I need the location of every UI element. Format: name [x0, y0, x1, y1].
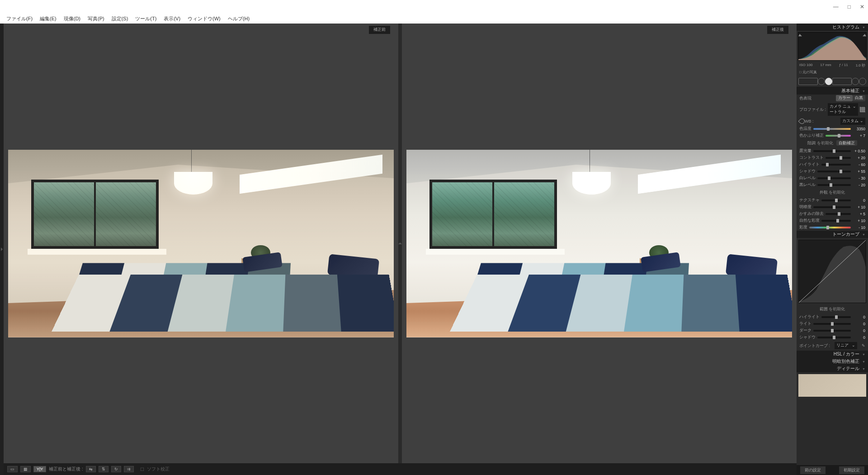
blacks-slider[interactable]: [817, 184, 851, 186]
close-button[interactable]: ✕: [860, 4, 864, 10]
menu-view[interactable]: 表示(V): [160, 15, 184, 22]
range-reset[interactable]: を初期化: [829, 307, 845, 311]
texture-slider[interactable]: [821, 200, 851, 201]
saturation-slider[interactable]: [809, 227, 851, 228]
temp-value[interactable]: 3350: [853, 127, 865, 131]
view-compare-button[interactable]: Y|Y: [33, 466, 46, 472]
redeye-tool-icon[interactable]: [825, 78, 832, 85]
after-pane[interactable]: 補正後: [402, 24, 797, 463]
tc-lights-slider[interactable]: [813, 323, 851, 325]
develop-panel: ヒストグラム ISO 100 17 mm ƒ / 11 1.0 秒 □ 元の写真: [797, 24, 868, 475]
contrast-value[interactable]: + 20: [853, 156, 865, 160]
left-panel-expand[interactable]: [0, 24, 4, 475]
vibrance-value[interactable]: + 10: [853, 218, 865, 223]
treatment-bw[interactable]: 白黒: [853, 95, 865, 101]
profile-browser-icon[interactable]: [860, 107, 865, 112]
compare-divider[interactable]: [398, 24, 402, 463]
histogram-chart[interactable]: [798, 32, 867, 61]
contrast-slider[interactable]: [826, 157, 851, 159]
view-grid-button[interactable]: ▦: [20, 466, 31, 472]
whites-slider[interactable]: [817, 177, 851, 179]
compare-copy-button[interactable]: ⇉: [124, 466, 134, 472]
tc-darks-slider[interactable]: [813, 330, 851, 332]
compare-view: 補正前 補正後: [4, 24, 797, 463]
tc-shadows-value[interactable]: 0: [853, 335, 865, 340]
svg-marker-1: [863, 34, 866, 36]
tint-value[interactable]: + 7: [853, 133, 865, 138]
clarity-slider[interactable]: [813, 206, 851, 208]
treatment-color[interactable]: カラー: [836, 95, 853, 101]
vibrance-slider[interactable]: [821, 220, 851, 222]
tc-shadows-slider[interactable]: [817, 337, 851, 338]
exposure-slider[interactable]: [813, 150, 851, 152]
shadows-slider[interactable]: [817, 171, 851, 172]
compare-swap-button[interactable]: ↻: [111, 466, 121, 472]
softproof-label[interactable]: ソフト校正: [147, 466, 170, 472]
blacks-value[interactable]: - 20: [853, 183, 865, 187]
menu-tools[interactable]: ツール(T): [132, 15, 160, 22]
menu-settings[interactable]: 設定(S): [108, 15, 132, 22]
dehaze-slider[interactable]: [826, 213, 851, 215]
before-pane[interactable]: 補正前: [4, 24, 398, 463]
brush-tool-icon[interactable]: [859, 78, 866, 85]
clarity-value[interactable]: + 10: [853, 205, 865, 209]
dehaze-value[interactable]: + 5: [853, 212, 865, 216]
gradient-tool-icon[interactable]: [832, 78, 852, 85]
before-label: 補正前: [369, 26, 390, 34]
menu-help[interactable]: ヘルプ(H): [224, 15, 253, 22]
compare-lr-button[interactable]: ⇆: [86, 466, 96, 472]
histo-source[interactable]: □ 元の写真: [797, 69, 868, 76]
menu-photo[interactable]: 写真(P): [84, 15, 108, 22]
hsl-header[interactable]: HSL / カラー: [797, 351, 868, 358]
pointcurve-select[interactable]: リニア⌄: [835, 342, 857, 349]
shadows-value[interactable]: + 55: [853, 169, 865, 174]
compare-tb-button[interactable]: ⇅: [99, 466, 108, 472]
highlights-slider[interactable]: [821, 164, 851, 166]
menu-window[interactable]: ウィンドウ(W): [184, 15, 224, 22]
tc-highlights-slider[interactable]: [821, 316, 851, 318]
histogram-header[interactable]: ヒストグラム: [797, 24, 868, 31]
tc-highlights-value[interactable]: 0: [853, 315, 865, 319]
menu-edit[interactable]: 編集(E): [36, 15, 60, 22]
shadows-label: シャドウ: [799, 168, 816, 174]
highlights-value[interactable]: - 60: [853, 162, 865, 167]
maximize-button[interactable]: □: [848, 4, 851, 10]
after-label: 補正後: [767, 26, 788, 34]
basic-header[interactable]: 基本補正: [797, 87, 868, 95]
menu-develop[interactable]: 現像(D): [60, 15, 84, 22]
tone-reset[interactable]: を初期化: [817, 141, 833, 145]
texture-value[interactable]: 0: [853, 198, 865, 203]
detail-preview[interactable]: [798, 374, 866, 397]
whites-value[interactable]: - 30: [853, 176, 865, 180]
previous-settings-button[interactable]: 前の設定: [800, 466, 826, 474]
tonecurve-header[interactable]: トーンカーブ: [797, 231, 868, 238]
minimize-button[interactable]: —: [833, 4, 839, 10]
splittone-header[interactable]: 明暗別色補正: [797, 358, 868, 365]
window-titlebar: — □ ✕: [0, 0, 868, 14]
detail-header[interactable]: ディテール: [797, 365, 868, 372]
auto-tone-button[interactable]: 自動補正: [836, 140, 857, 146]
whites-label: 白レベル: [799, 175, 816, 181]
view-loupe-button[interactable]: ▭: [7, 466, 18, 472]
saturation-value[interactable]: - 10: [853, 225, 865, 230]
reset-button[interactable]: 初期設定: [839, 466, 864, 474]
temp-slider[interactable]: [813, 128, 851, 130]
tint-label: 色かぶり補正: [799, 133, 824, 138]
spot-tool-icon[interactable]: [818, 78, 825, 85]
tonecurve-chart[interactable]: [798, 240, 866, 303]
dehaze-label: かすみの除去: [799, 211, 824, 217]
radial-tool-icon[interactable]: [852, 78, 859, 85]
wb-label: WB :: [805, 119, 814, 124]
menu-file[interactable]: ファイル(F): [3, 15, 36, 22]
tc-darks-value[interactable]: 0: [853, 328, 865, 333]
texture-label: テクスチャ: [799, 197, 820, 203]
exposure-value[interactable]: + 0.50: [853, 149, 865, 153]
profile-select[interactable]: カメラ ニュートラル⌄: [828, 103, 858, 116]
presence-reset[interactable]: を初期化: [829, 190, 845, 195]
menu-bar: ファイル(F) 編集(E) 現像(D) 写真(P) 設定(S) ツール(T) 表…: [0, 14, 868, 24]
tc-lights-value[interactable]: 0: [853, 322, 865, 326]
wb-select[interactable]: カスタム⌄: [840, 118, 865, 125]
tint-slider[interactable]: [826, 135, 851, 137]
pointcurve-edit-icon[interactable]: ✎: [862, 343, 865, 348]
crop-tool-icon[interactable]: [798, 78, 818, 85]
